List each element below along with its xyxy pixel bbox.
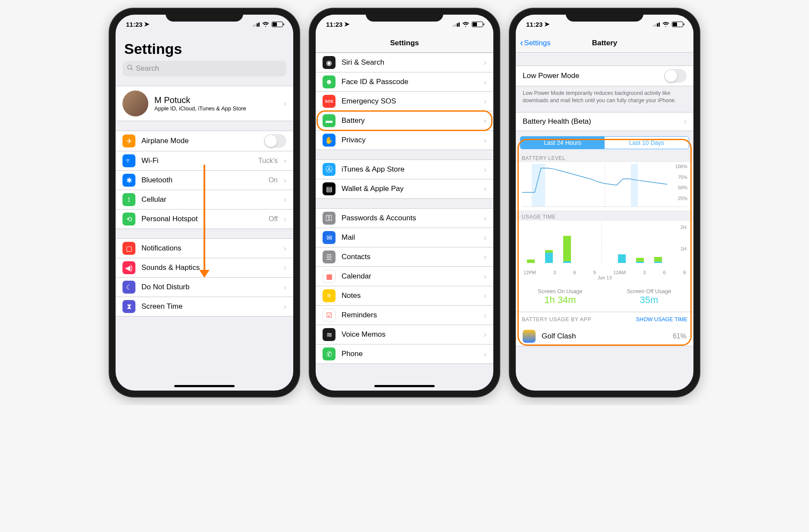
chevron-left-icon: ‹ — [520, 38, 523, 49]
mail-icon: ✉ — [323, 231, 336, 244]
settings-row-screentime[interactable]: ⧗Screen Time› — [116, 297, 293, 316]
wifi-icon: ᯤ — [122, 154, 135, 167]
search-placeholder: Search — [136, 64, 159, 73]
screen-settings-root: 11:23 ➤ Settings Search M Potuck — [116, 15, 293, 391]
back-button[interactable]: ‹ Settings — [520, 38, 551, 49]
home-indicator[interactable] — [374, 385, 435, 387]
wallet-icon: ▤ — [323, 182, 336, 195]
ytick: 75% — [678, 175, 687, 180]
row-label: Calendar — [342, 272, 478, 281]
home-indicator[interactable] — [174, 385, 235, 387]
wifi-icon — [262, 21, 269, 28]
settings-row-mail[interactable]: ✉Mail› — [316, 228, 493, 247]
airplane-icon: ✈ — [122, 135, 135, 147]
chevron-right-icon: › — [484, 272, 486, 281]
cell-signal-icon — [453, 22, 460, 27]
face-icon: ☻ — [323, 75, 336, 88]
seg-10d[interactable]: Last 10 Days — [605, 137, 689, 149]
cell-signal-icon — [253, 22, 260, 27]
ytick: 100% — [675, 164, 687, 169]
row-label: Passwords & Accounts — [342, 214, 478, 222]
time-range-segmented[interactable]: Last 24 Hours Last 10 Days — [520, 136, 689, 149]
profile-name: M Potuck — [154, 95, 278, 105]
chevron-right-icon: › — [484, 185, 486, 194]
row-detail: Tuck's — [258, 157, 278, 165]
row-label: Sounds & Haptics — [141, 263, 278, 272]
chevron-right-icon: › — [484, 233, 486, 242]
chevron-right-icon: › — [484, 97, 486, 106]
row-label: Do Not Disturb — [141, 283, 278, 291]
moon-icon: ☾ — [122, 281, 135, 294]
xtick: 3 — [643, 270, 646, 275]
chevron-right-icon: › — [484, 311, 486, 320]
battery-health-cell[interactable]: Battery Health (Beta) › — [516, 112, 693, 131]
notch — [366, 9, 443, 22]
hand-icon: ✋ — [323, 134, 336, 147]
nav-title: Settings — [390, 39, 419, 47]
settings-row-faceid[interactable]: ☻Face ID & Passcode› — [316, 72, 493, 92]
seg-24h[interactable]: Last 24 Hours — [521, 137, 605, 149]
settings-row-sos[interactable]: SOSEmergency SOS› — [316, 92, 493, 111]
app-usage-row[interactable]: Golf Clash 61% — [516, 327, 693, 346]
lpm-toggle[interactable] — [664, 69, 687, 83]
battery-icon: ▬ — [323, 114, 336, 127]
settings-row-itunes[interactable]: ⒶiTunes & App Store› — [316, 160, 493, 179]
settings-row-siri[interactable]: ◉Siri & Search› — [316, 53, 493, 72]
settings-row-calendar[interactable]: ▦Calendar› — [316, 267, 493, 286]
usage-time-label: USAGE TIME — [516, 211, 693, 221]
nav-bar: ‹ Settings Battery — [516, 34, 693, 53]
chevron-right-icon: › — [484, 214, 486, 223]
xaxis-date: Jun 13 — [522, 275, 687, 280]
usage-bar — [545, 250, 553, 263]
search-icon — [127, 64, 133, 73]
show-usage-time-button[interactable]: SHOW USAGE TIME — [636, 316, 687, 322]
row-label: Phone — [342, 350, 478, 358]
reminders-icon: ☑ — [323, 309, 336, 322]
screen-off-value: 35m — [605, 294, 693, 306]
usage-summary: Screen On Usage 1h 34m Screen Off Usage … — [516, 284, 693, 312]
settings-row-passwords[interactable]: ⚿Passwords & Accounts› — [316, 208, 493, 228]
status-time: 11:23 — [526, 21, 542, 28]
settings-row-dnd[interactable]: ☾Do Not Disturb› — [116, 278, 293, 297]
settings-row-wallet[interactable]: ▤Wallet & Apple Pay› — [316, 179, 493, 199]
settings-row-battery[interactable]: ▬Battery› — [316, 111, 493, 131]
row-label: Notifications — [141, 244, 278, 253]
airplane-toggle[interactable] — [264, 134, 286, 148]
settings-row-phone[interactable]: ✆Phone› — [316, 344, 493, 364]
search-input[interactable]: Search — [122, 61, 286, 76]
chevron-right-icon: › — [284, 99, 286, 108]
page-title: Settings — [116, 34, 293, 61]
hourglass-icon: ⧗ — [122, 300, 135, 313]
row-label: Personal Hotspot — [141, 215, 263, 223]
settings-row-reminders[interactable]: ☑Reminders› — [316, 306, 493, 325]
lpm-label: Low Power Mode — [523, 72, 658, 80]
row-label: iTunes & App Store — [342, 165, 478, 174]
cell-signal-icon — [653, 22, 660, 27]
phone-frame-3: 11:23 ➤ ‹ Settings Battery Low Power Mod… — [510, 9, 699, 397]
battery-health-label: Battery Health (Beta) — [523, 117, 678, 126]
location-arrow-icon: ➤ — [544, 20, 550, 28]
notch — [566, 9, 643, 22]
usage-bar — [636, 258, 644, 263]
settings-row-voicememos[interactable]: ≋Voice Memos› — [316, 325, 493, 344]
usage-bar — [527, 260, 535, 263]
siri-icon: ◉ — [323, 56, 336, 69]
settings-row-airplane[interactable]: ✈Airplane Mode — [116, 131, 293, 151]
ytick: 50% — [678, 185, 687, 190]
settings-row-contacts[interactable]: ☰Contacts› — [316, 247, 493, 267]
low-power-mode-cell[interactable]: Low Power Mode — [516, 66, 693, 86]
xtick: 12PM — [524, 270, 536, 275]
notch — [166, 9, 243, 22]
row-label: Mail — [342, 233, 478, 242]
profile-cell[interactable]: M Potuck Apple ID, iCloud, iTunes & App … — [116, 86, 293, 121]
sos-icon: SOS — [323, 95, 336, 108]
settings-row-notes[interactable]: ≡Notes› — [316, 286, 493, 306]
wifi-icon — [662, 21, 669, 28]
chevron-right-icon: › — [284, 263, 286, 272]
screen-off-label: Screen Off Usage — [605, 288, 693, 294]
chevron-right-icon: › — [284, 156, 286, 166]
settings-row-privacy[interactable]: ✋Privacy› — [316, 131, 493, 150]
lpm-description: Low Power Mode temporarily reduces backg… — [516, 86, 693, 106]
chevron-right-icon: › — [284, 302, 286, 311]
status-time: 11:23 — [126, 21, 142, 28]
